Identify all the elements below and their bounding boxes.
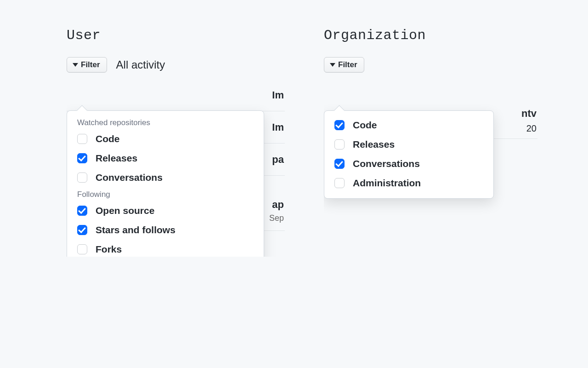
- bg-row: Im: [67, 79, 285, 111]
- filter-option-label: Open source: [96, 205, 154, 216]
- caret-down-icon: [73, 63, 78, 67]
- checkbox[interactable]: [77, 172, 87, 183]
- filter-option[interactable]: Forks: [67, 240, 264, 257]
- user-filter-label: Filter: [81, 60, 100, 69]
- filter-option-label: Conversations: [353, 158, 420, 169]
- user-filter-row: Filter All activity: [67, 57, 285, 73]
- org-filter-button[interactable]: Filter: [324, 57, 364, 73]
- checkbox[interactable]: [334, 139, 345, 150]
- checkbox[interactable]: [334, 159, 345, 169]
- org-column: Organization Filter ntv 20 CodeReleasesC…: [324, 28, 537, 257]
- user-heading: User: [67, 28, 285, 43]
- filter-option[interactable]: Administration: [324, 173, 493, 193]
- popover-group-label: Following: [67, 187, 264, 201]
- filter-option-label: Releases: [353, 139, 395, 150]
- filter-option-label: Stars and follows: [96, 224, 175, 236]
- org-filter-popover: CodeReleasesConversationsAdministration: [324, 110, 494, 199]
- filter-option[interactable]: Conversations: [67, 168, 264, 187]
- user-filter-button[interactable]: Filter: [67, 57, 107, 73]
- user-filter-popover: Watched repositoriesCodeReleasesConversa…: [67, 110, 264, 257]
- checkbox[interactable]: [77, 153, 87, 163]
- filter-option[interactable]: Stars and follows: [67, 220, 264, 240]
- filter-option-label: Releases: [96, 153, 137, 164]
- filter-option-label: Code: [353, 120, 377, 131]
- org-filter-row: Filter: [324, 57, 537, 73]
- filter-option[interactable]: Code: [67, 129, 264, 149]
- filter-option[interactable]: Releases: [67, 149, 264, 168]
- checkbox[interactable]: [77, 206, 87, 216]
- user-column: User Filter All activity Im Im pa ap Sep: [67, 28, 285, 257]
- popover-group-label: Watched repositories: [67, 115, 264, 129]
- filter-option-label: Forks: [96, 244, 122, 255]
- filter-option[interactable]: Code: [324, 115, 493, 135]
- filter-option[interactable]: Open source: [67, 201, 264, 220]
- user-activity-label: All activity: [116, 58, 165, 71]
- filter-option-label: Code: [96, 133, 120, 144]
- checkbox[interactable]: [77, 225, 87, 235]
- filter-option[interactable]: Releases: [324, 135, 493, 154]
- checkbox[interactable]: [77, 244, 87, 254]
- filter-option-label: Conversations: [96, 172, 163, 183]
- caret-down-icon: [330, 63, 335, 67]
- checkbox[interactable]: [334, 178, 345, 188]
- org-heading: Organization: [324, 28, 537, 43]
- org-filter-label: Filter: [338, 60, 357, 69]
- filter-option-label: Administration: [353, 178, 421, 189]
- filter-option[interactable]: Conversations: [324, 154, 493, 173]
- checkbox[interactable]: [334, 120, 345, 130]
- checkbox[interactable]: [77, 134, 87, 144]
